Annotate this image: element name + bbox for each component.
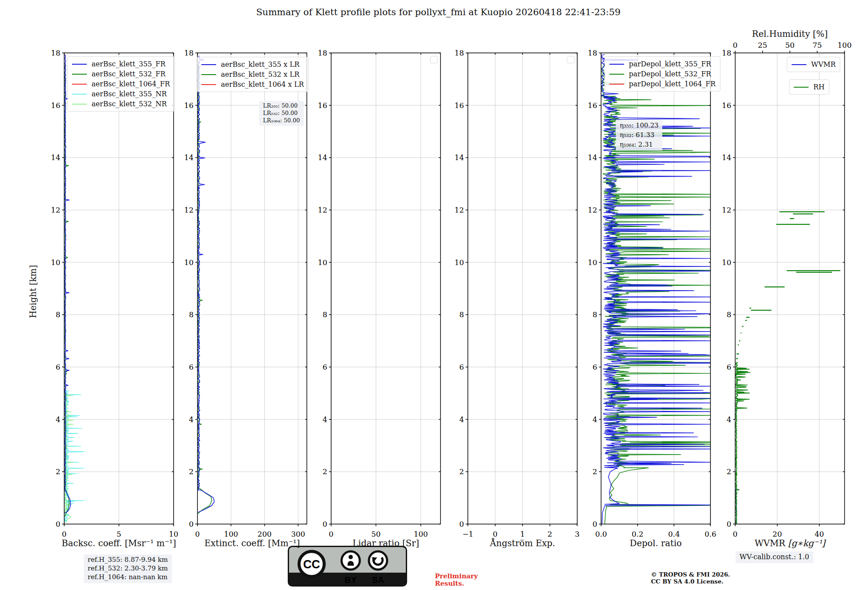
plot-angstrom: −10123024681012141618 [454,49,579,538]
refh-532: ref.H_532: 2.30-3.79 km [88,564,168,573]
y-tick-label: 6 [322,363,327,371]
y-tick-label: 4 [592,415,597,424]
y-tick-label: 2 [189,467,194,476]
x-tick-label: 0.2 [631,530,643,538]
legend-line-swatch [72,84,87,85]
axes-spines [331,53,441,524]
x-tick-label: 1 [520,530,525,538]
y-tick-label: 6 [56,363,60,371]
x-tick-label: 0 [733,530,738,538]
figure: 0510024681012141618010020030002468101214… [0,0,868,590]
y-tick-label: 16 [318,101,327,110]
rh-top-tick-label: 50 [785,41,795,49]
y-tick-label: 16 [454,101,464,110]
cc-icon-text: CC [303,558,320,571]
y-tick-label: 16 [184,101,194,110]
lr-1064-value: LR₁₀₆₄: 50.00 [263,117,300,125]
legend-line-swatch [609,84,624,85]
legend-line-swatch [609,64,624,65]
series-RH [736,362,750,524]
xlabel-backscatter: Backsc. coeff. [Msr⁻¹ m⁻¹] [62,538,176,548]
plot-backscatter: 0510024681012141618 [51,49,178,538]
y-tick-label: 10 [454,258,464,267]
rh-top-tick-label: 0 [733,41,738,49]
x-tick-label: 50 [371,530,381,538]
y-tick-label: 12 [588,206,597,214]
y-tick-label: 0 [592,520,597,528]
y-tick-label: 0 [727,520,731,528]
y-tick-label: 16 [51,101,60,110]
x-tick-label: 0.4 [668,530,680,538]
person-head [349,555,353,559]
series-group [64,55,84,523]
x-tick-label: 40 [815,530,824,538]
legend-backscatter: aerBsc_klett_355_FRaerBsc_klett_532_FRae… [67,56,175,111]
y-tick-label: 18 [722,49,731,57]
copyright-note: © TROPOS & FMI 2026. CC BY SA 4.0 Licens… [651,571,730,585]
y-tick-label: 10 [588,258,597,267]
y-tick-label: 8 [322,310,327,319]
y-tick-label: 14 [184,153,194,162]
rh-top-tick-label: 100 [838,41,852,49]
y-tick-label: 2 [727,467,731,476]
legend-wvmr: RH [789,79,829,95]
x-tick-label: 200 [257,530,271,538]
y-tick-label: 4 [56,415,60,424]
y-tick-label: 0 [56,520,60,528]
y-tick-label: 8 [459,310,464,319]
legend-entry: aerBsc_klett_532_FR [72,69,170,79]
rh-axis-label: Rel.Humidity [%] [752,29,828,39]
refh-1064: ref.H_1064: nan-nan km [88,573,168,582]
legend-line-swatch [201,84,216,85]
x-tick-label: 0 [62,530,67,538]
y-tick-label: 12 [318,206,327,214]
y-tick-label: 14 [51,153,60,162]
eta-532-value: η₅₃₂: 61.33 [620,131,658,140]
cc-by-sa-badge: CC BY SA [288,546,407,587]
x-tick-label: 3 [575,530,580,538]
legend-entry: RH [794,82,825,92]
legend-entry: parDepol_klett_1064_FR [609,79,716,89]
legend-empty-box [567,56,575,63]
y-tick-label: 12 [184,206,194,214]
legend-entry-label: aerBsc_klett_355_NR [92,90,167,98]
x-tick-label: 300 [291,530,305,538]
legend-entry: aerBsc_klett_532_NR [72,99,170,109]
y-tick-label: 0 [459,520,464,528]
y-tick-label: 8 [189,310,194,319]
y-tick-label: 18 [318,49,327,57]
legend-line-swatch [609,74,624,75]
x-tick-label: 10 [169,530,178,538]
y-tick-label: 4 [459,415,464,424]
legend-depol: parDepol_klett_355_FRparDepol_klett_532_… [605,56,720,92]
y-tick-label: 6 [727,363,731,371]
legend-entry-label: parDepol_klett_1064_FR [629,80,716,88]
legend-line-swatch [72,94,87,95]
eta-1064-value: η₁₀₆₄: 2.31 [620,140,658,150]
legend-line-swatch [72,74,87,75]
y-tick-label: 10 [51,258,60,267]
x-tick-label: 0 [493,530,498,538]
copyright-line1: © TROPOS & FMI 2026. [651,571,730,578]
eta-annotation: η₃₅₅: 100.23 η₅₃₂: 61.33 η₁₀₆₄: 2.31 [616,120,662,151]
legend-entry-label: aerBsc_klett_355 x LR [221,60,299,69]
xlabel-depol: Depol. ratio [630,538,682,548]
badge-sa-text: SA [372,575,384,585]
plot-lidar-ratio: 050100024681012141618 [318,49,441,538]
y-tick-label: 4 [322,415,327,424]
y-tick-label: 6 [592,363,597,371]
x-tick-label: 0.0 [595,530,607,538]
y-tick-label: 16 [588,101,597,110]
y-tick-label: 4 [189,415,194,424]
legend-extinction: aerBsc_klett_355 x LRaerBsc_klett_532 x … [197,57,309,92]
rh-top-tick-label: 25 [758,41,767,49]
y-tick-label: 18 [184,49,194,57]
y-tick-label: 18 [588,49,597,57]
x-tick-label: 5 [117,530,122,538]
xlabel-math-text: [g∗kg⁻¹] [788,538,825,548]
legend-entry: parDepol_klett_355_FR [609,59,716,69]
preliminary-results-note: Preliminary Results. [435,573,478,587]
reference-height-annotation: ref.H_355: 8.87-9.94 km ref.H_532: 2.30-… [84,554,172,583]
x-tick-label: 100 [414,530,427,538]
y-tick-label: 18 [454,49,464,57]
